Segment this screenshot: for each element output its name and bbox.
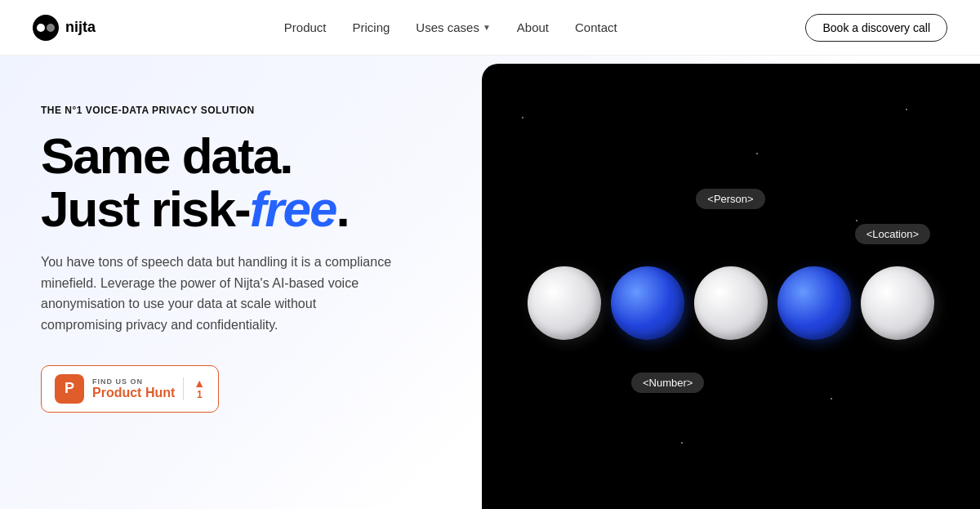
- orb-4: [777, 266, 851, 340]
- star-decoration: [756, 153, 758, 154]
- orb-1: [528, 266, 601, 340]
- nav-contact[interactable]: Contact: [575, 20, 617, 34]
- orb-3: [694, 266, 768, 340]
- nav-product[interactable]: Product: [284, 20, 327, 34]
- ph-find-us-label: FIND US ON: [92, 377, 175, 386]
- tag-location-label: <Location>: [855, 224, 930, 244]
- book-discovery-call-button[interactable]: Book a discovery call: [805, 14, 947, 42]
- headline-accent: free: [250, 181, 336, 237]
- hero-demo-panel: <Person> <Location> <Number>: [482, 64, 980, 509]
- ph-upvote-arrow-icon: ▲: [194, 377, 205, 389]
- headline-line2-pre: Just risk-: [41, 181, 250, 237]
- hero-eyebrow: THE N°1 VOICE-DATA PRIVACY SOLUTION: [41, 105, 441, 116]
- logo-text: nijta: [65, 19, 96, 36]
- logo-icon: [33, 15, 59, 41]
- ph-upvote-count: 1: [197, 389, 203, 400]
- product-hunt-badge[interactable]: P FIND US ON Product Hunt ▲ 1: [41, 365, 219, 413]
- orb-5: [861, 266, 934, 340]
- star-decoration: [831, 398, 832, 400]
- hero-left-panel: THE N°1 VOICE-DATA PRIVACY SOLUTION Same…: [0, 56, 482, 509]
- main-content: THE N°1 VOICE-DATA PRIVACY SOLUTION Same…: [0, 56, 980, 509]
- ph-upvote-section: ▲ 1: [183, 377, 205, 400]
- ph-product-hunt-label: Product Hunt: [92, 386, 175, 400]
- svg-point-0: [37, 24, 45, 32]
- headline-line2-post: .: [336, 181, 348, 237]
- product-hunt-logo-icon: P: [55, 374, 84, 404]
- star-decoration: [856, 220, 858, 221]
- headline-line1: Same data.: [41, 127, 292, 184]
- star-decoration: [681, 442, 683, 444]
- tag-person-label: <Person>: [696, 189, 764, 209]
- nav-use-cases[interactable]: Uses cases ▼: [416, 20, 490, 34]
- logo[interactable]: nijta: [33, 15, 96, 41]
- nav-about[interactable]: About: [517, 20, 549, 34]
- navigation: Product Pricing Uses cases ▼ About Conta…: [284, 20, 617, 34]
- svg-point-1: [47, 24, 55, 32]
- use-cases-chevron-icon: ▼: [483, 23, 491, 32]
- product-hunt-text: FIND US ON Product Hunt: [92, 377, 175, 400]
- nav-pricing[interactable]: Pricing: [353, 20, 390, 34]
- orb-2: [611, 266, 684, 340]
- orbs-group: [528, 266, 934, 340]
- star-decoration: [906, 109, 907, 110]
- header: nijta Product Pricing Uses cases ▼ About…: [0, 0, 980, 56]
- hero-headline: Same data. Just risk-free.: [41, 129, 441, 235]
- tag-number-label: <Number>: [631, 373, 704, 393]
- star-decoration: [522, 117, 523, 118]
- hero-description: You have tons of speech data but handlin…: [41, 252, 400, 335]
